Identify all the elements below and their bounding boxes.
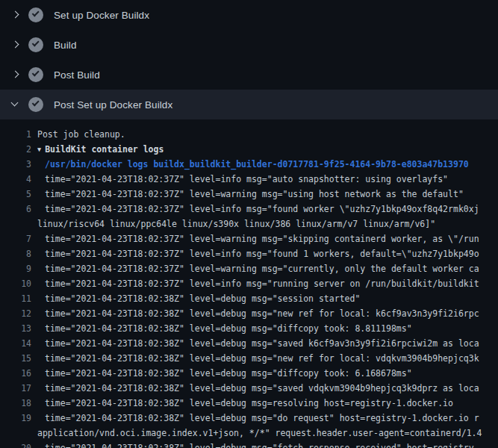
log-line-number[interactable]: 15 <box>0 351 31 366</box>
log-line-text: time="2021-04-23T18:02:38Z" level=debug … <box>45 321 412 336</box>
log-line: 12time="2021-04-23T18:02:38Z" level=debu… <box>0 306 498 321</box>
chevron-right-icon[interactable] <box>9 9 21 21</box>
log-line: 15time="2021-04-23T18:02:38Z" level=debu… <box>0 351 498 366</box>
log-line-number[interactable]: 5 <box>0 187 31 202</box>
step-label: Post Build <box>54 69 100 81</box>
log-line-number[interactable]: 7 <box>0 231 31 246</box>
step-header-post-setup-docker-buildx[interactable]: Post Set up Docker Buildx <box>0 90 498 119</box>
check-icon <box>28 37 43 52</box>
log-line-number[interactable]: 1 <box>0 127 31 142</box>
log-line: 10time="2021-04-23T18:02:37Z" level=info… <box>0 276 498 291</box>
log-line-number[interactable]: 14 <box>0 336 31 351</box>
log-line-text: time="2021-04-23T18:02:38Z" level=debug … <box>45 396 453 411</box>
log-line-number <box>0 426 31 441</box>
log-line-text[interactable]: ▼BuildKit container logs <box>37 142 164 157</box>
log-line-text: time="2021-04-23T18:02:38Z" level=debug … <box>45 381 479 396</box>
check-icon <box>28 67 43 82</box>
log-line-number[interactable]: 2 <box>0 142 31 157</box>
log-line-number[interactable]: 8 <box>0 246 31 261</box>
log-line: 14time="2021-04-23T18:02:38Z" level=debu… <box>0 336 498 351</box>
check-mark <box>32 39 40 46</box>
log-line: 7time="2021-04-23T18:02:37Z" level=warni… <box>0 231 498 246</box>
log-line-text: time="2021-04-23T18:02:38Z" level=debug … <box>45 336 479 351</box>
log-line: 11time="2021-04-23T18:02:38Z" level=debu… <box>0 291 498 306</box>
log-line-number[interactable]: 19 <box>0 411 31 426</box>
log-line: 3/usr/bin/docker logs buildx_buildkit_bu… <box>0 157 498 172</box>
step-label: Set up Docker Buildx <box>54 10 149 21</box>
log-line-number[interactable]: 12 <box>0 306 31 321</box>
log-line-number[interactable]: 16 <box>0 366 31 381</box>
log-line-number[interactable]: 17 <box>0 381 31 396</box>
step-list: Set up Docker Buildx Build Post Build Po… <box>0 0 498 119</box>
group-title[interactable]: BuildKit container logs <box>45 144 164 155</box>
log-line-text: time="2021-04-23T18:02:37Z" level=warnin… <box>45 187 464 202</box>
chevron-right-icon[interactable] <box>9 69 21 81</box>
log-line-text: Post job cleanup. <box>37 127 125 142</box>
log-line: linux/riscv64 linux/ppc64le linux/s390x … <box>0 217 498 231</box>
log-viewer: 1Post job cleanup.2▼BuildKit container l… <box>0 119 498 448</box>
log-line-text: time="2021-04-23T18:02:37Z" level=warnin… <box>45 231 479 246</box>
log-line-text: time="2021-04-23T18:02:38Z" level=debug … <box>45 411 479 426</box>
log-line-text: time="2021-04-23T18:02:37Z" level=info m… <box>45 202 479 217</box>
log-line: 2▼BuildKit container logs <box>0 142 498 157</box>
check-mark <box>32 9 40 16</box>
log-line-text: time="2021-04-23T18:02:38Z" level=debug … <box>45 441 479 448</box>
check-icon <box>28 7 43 22</box>
log-line-text: linux/riscv64 linux/ppc64le linux/s390x … <box>37 217 435 231</box>
log-line: 1Post job cleanup. <box>0 127 498 142</box>
log-line: 4time="2021-04-23T18:02:37Z" level=info … <box>0 172 498 187</box>
log-line-text: time="2021-04-23T18:02:37Z" level=info m… <box>45 246 479 261</box>
log-line-number[interactable]: 3 <box>0 157 31 172</box>
log-line: 16time="2021-04-23T18:02:38Z" level=debu… <box>0 366 498 381</box>
log-line: 9time="2021-04-23T18:02:37Z" level=warni… <box>0 261 498 276</box>
log-line: 5time="2021-04-23T18:02:37Z" level=warni… <box>0 187 498 202</box>
chevron-down-icon[interactable] <box>9 99 21 111</box>
log-command-text: /usr/bin/docker logs buildx_buildkit_bui… <box>45 157 469 172</box>
log-line-number[interactable]: 9 <box>0 261 31 276</box>
log-line-number[interactable]: 10 <box>0 276 31 291</box>
log-line: 17time="2021-04-23T18:02:38Z" level=debu… <box>0 381 498 396</box>
log-line-text: time="2021-04-23T18:02:38Z" level=debug … <box>45 366 412 381</box>
log-line-text: time="2021-04-23T18:02:37Z" level=warnin… <box>45 261 479 276</box>
log-line-number[interactable]: 6 <box>0 202 31 217</box>
log-line-number[interactable]: 20 <box>0 441 31 448</box>
log-line-text: time="2021-04-23T18:02:37Z" level=info m… <box>45 276 479 291</box>
log-line-number[interactable]: 18 <box>0 396 31 411</box>
step-header-post-build[interactable]: Post Build <box>0 60 498 90</box>
log-line: 6time="2021-04-23T18:02:37Z" level=info … <box>0 202 498 217</box>
log-line-text: time="2021-04-23T18:02:38Z" level=debug … <box>45 291 360 306</box>
log-line-number[interactable]: 13 <box>0 321 31 336</box>
group-collapse-caret-icon[interactable]: ▼ <box>37 146 41 153</box>
log-line-text: time="2021-04-23T18:02:38Z" level=debug … <box>45 306 479 321</box>
log-line: 18time="2021-04-23T18:02:38Z" level=debu… <box>0 396 498 411</box>
check-mark <box>32 99 40 106</box>
log-line: 19time="2021-04-23T18:02:38Z" level=debu… <box>0 411 498 426</box>
step-label: Post Set up Docker Buildx <box>54 99 172 111</box>
log-line: 13time="2021-04-23T18:02:38Z" level=debu… <box>0 321 498 336</box>
log-line-text: application/vnd.oci.image.index.v1+json,… <box>37 426 482 441</box>
chevron-right-icon[interactable] <box>9 39 21 51</box>
step-header-build[interactable]: Build <box>0 30 498 60</box>
check-icon <box>28 97 43 112</box>
step-label: Build <box>54 40 77 51</box>
log-line-text: time="2021-04-23T18:02:38Z" level=debug … <box>45 351 479 366</box>
log-line-number[interactable]: 11 <box>0 291 31 306</box>
log-line-number <box>0 217 31 231</box>
log-line: 8time="2021-04-23T18:02:37Z" level=info … <box>0 246 498 261</box>
log-line: 20time="2021-04-23T18:02:38Z" level=debu… <box>0 441 498 448</box>
log-line-number[interactable]: 4 <box>0 172 31 187</box>
log-line: application/vnd.oci.image.index.v1+json,… <box>0 426 498 441</box>
step-header-setup-docker-buildx[interactable]: Set up Docker Buildx <box>0 0 498 30</box>
log-line-text: time="2021-04-23T18:02:37Z" level=info m… <box>45 172 448 187</box>
check-mark <box>32 69 40 76</box>
